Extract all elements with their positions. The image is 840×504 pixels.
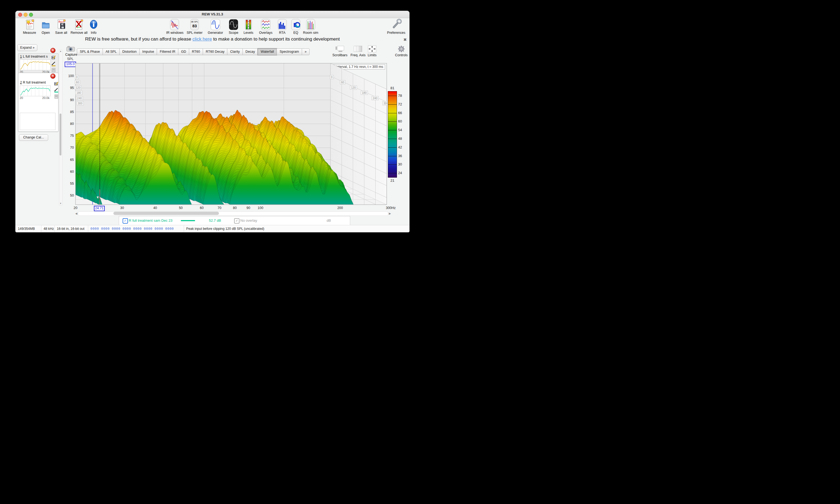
limits-label: Limits <box>368 53 377 57</box>
freq-tick-label: 200 <box>337 206 343 210</box>
spl-tick-label: 65 <box>70 158 74 162</box>
controls-button[interactable]: Controls <box>391 46 410 57</box>
time-tick-label-left: 120 <box>75 86 82 90</box>
freq-tick-label: 90 <box>247 206 250 210</box>
status-bar: 149/354MB 48 kHz 16-bit in, 16-bit out 0… <box>15 225 409 232</box>
banner-close-icon[interactable]: ✖ <box>403 37 407 42</box>
time-tick-label-right: 240 <box>371 96 379 100</box>
sidebar-scrollbar-thumb[interactable] <box>59 113 62 156</box>
room-sim-button[interactable]: Room sim <box>299 18 322 35</box>
spl-meter-icon: dB SPL 83 <box>183 18 206 31</box>
trace-color-swatch <box>181 220 195 221</box>
time-tick-label-right: 60 <box>340 80 345 84</box>
tab-gd[interactable]: GD <box>178 49 189 55</box>
measurement-notes-box[interactable] <box>20 113 55 130</box>
colorbar-tick <box>388 113 397 113</box>
status-sample-rate: 48 kHz <box>41 225 55 232</box>
screen: REW V5.31.3 Measure Open Save all <box>0 0 420 255</box>
measurement-1-title: 1 L full treatment s <box>20 55 50 58</box>
spl-tick-label: 50 <box>70 194 74 197</box>
waterfall-plot[interactable] <box>15 11 409 232</box>
rew-window: REW V5.31.3 Measure Open Save all <box>15 11 410 233</box>
hscroll-left-icon[interactable]: ◀ <box>75 212 77 215</box>
preferences-button[interactable]: Preferences <box>385 18 407 35</box>
tab-more[interactable]: » <box>302 49 310 55</box>
capture-label: Capture <box>65 53 77 56</box>
trace-name: R full treatment sam Dec 23 <box>129 218 172 222</box>
hscroll-right-icon[interactable]: ▶ <box>389 212 391 215</box>
measurement-2-trace-color-icon[interactable] <box>54 88 59 93</box>
measurement-card-2-selected[interactable]: 2 R full treatment 20 20.0k Change Cal..… <box>18 73 58 132</box>
spl-tick-label: 55 <box>70 182 74 185</box>
time-tick-label-left: 180 <box>75 91 82 95</box>
expand-button[interactable]: Expand » <box>17 44 37 51</box>
time-tick-label-right: 120 <box>350 86 357 90</box>
tab-clarity[interactable]: Clarity <box>227 49 243 55</box>
tab-rt60-decay[interactable]: RT60 Decay <box>203 49 227 55</box>
colorbar-tick <box>388 156 397 156</box>
capture-camera-icon <box>65 46 76 52</box>
limits-button[interactable]: Limits <box>364 46 380 57</box>
spl-tick-label: 100 <box>68 74 74 78</box>
tab-spectrogram[interactable]: Spectrogram <box>277 49 302 55</box>
spl-meter-button[interactable]: dB SPL 83 SPL meter <box>183 18 206 35</box>
cursor-frequency-readout[interactable]: 24.71 <box>94 206 105 211</box>
spl-tick-label: 70 <box>70 146 74 149</box>
scroll-up-icon[interactable]: ▲ <box>59 50 62 52</box>
spl-top-limit-input[interactable]: 105.0 <box>65 62 76 67</box>
info-button[interactable]: Info <box>82 18 105 35</box>
title-bar[interactable]: REW V5.31.3 <box>15 11 409 18</box>
window-title: REW V5.31.3 <box>15 11 409 18</box>
measurement-2-save-icon[interactable] <box>54 81 59 87</box>
no-overlay-label: No overlay <box>240 218 257 222</box>
ir-windows-button[interactable]: IR windows <box>163 18 186 35</box>
svg-text:9: 9 <box>248 28 249 30</box>
freq-tick-label: 40 <box>153 206 157 210</box>
tab-waterfall[interactable]: Waterfall <box>258 49 277 55</box>
waterfall-info-readout: 500 ms window, 100 ms rise time, 3.00 ms… <box>263 64 385 70</box>
tab-all-spl[interactable]: All SPL <box>103 49 120 55</box>
freq-tick-label: 60 <box>200 206 204 210</box>
measurement-2-title: 2 R full treatment <box>20 80 50 84</box>
time-tick-label-left: 60 <box>75 80 81 84</box>
donation-link[interactable]: click here <box>192 36 212 42</box>
thumb2-axis-min: 20 <box>20 96 23 100</box>
colorbar-tick-label: 72 <box>398 102 402 106</box>
no-overlay-checkbox[interactable]: ✓ <box>234 218 240 223</box>
thumb2-axis-max: 20.0k <box>42 96 50 100</box>
colorbar-tick-label: 42 <box>398 145 402 149</box>
trace-checkbox[interactable]: ✓ <box>123 218 128 223</box>
tab-spl-phase[interactable]: SPL & Phase <box>77 49 103 55</box>
freq-tick-label: 20 <box>74 206 77 210</box>
tab-filtered-ir[interactable]: Filtered IR <box>157 49 178 55</box>
scrollbars-button[interactable]: Scrollbars <box>330 46 350 57</box>
sidebar-scrollbar[interactable]: ▲ ▼ <box>59 50 63 205</box>
spl-meter-label: SPL meter <box>183 31 206 35</box>
colorbar-tick <box>388 130 397 130</box>
tab-distortion[interactable]: Distortion <box>119 49 140 55</box>
frequency-scrollbar[interactable] <box>78 212 388 216</box>
capture-button[interactable]: Capture <box>65 46 76 57</box>
banner-text-before: REW is free software, but if you can aff… <box>85 36 193 42</box>
scroll-down-icon[interactable]: ▼ <box>59 202 62 205</box>
colorbar-tick <box>388 96 397 96</box>
change-cal-button[interactable]: Change Cal... <box>19 134 48 141</box>
measurement-1-close-icon[interactable]: ✕ <box>50 48 55 53</box>
preferences-wrench-icon <box>385 18 407 31</box>
measurement-2-notes-icon[interactable] <box>54 94 59 100</box>
svg-text:83: 83 <box>192 23 197 28</box>
frequency-scrollbar-thumb[interactable] <box>113 212 219 215</box>
tab-rt60[interactable]: RT60 <box>189 49 203 55</box>
trace-legend: ✓ R full treatment sam Dec 23 52.7 dB ✓ … <box>119 216 350 225</box>
preferences-label: Preferences <box>385 31 407 35</box>
tab-impulse[interactable]: Impulse <box>139 49 157 55</box>
colorbar-tick-label: 54 <box>398 128 402 132</box>
measurement-1-save-icon[interactable] <box>51 55 56 61</box>
ir-windows-icon <box>163 18 186 31</box>
room-sim-label: Room sim <box>299 31 322 35</box>
measurement-2-close-icon[interactable]: ✕ <box>50 74 55 79</box>
spl-tick-label: 80 <box>70 122 74 126</box>
tab-decay[interactable]: Decay <box>243 49 258 55</box>
measurement-1-trace-color-icon[interactable] <box>51 61 56 67</box>
info-label: Info <box>82 31 105 35</box>
